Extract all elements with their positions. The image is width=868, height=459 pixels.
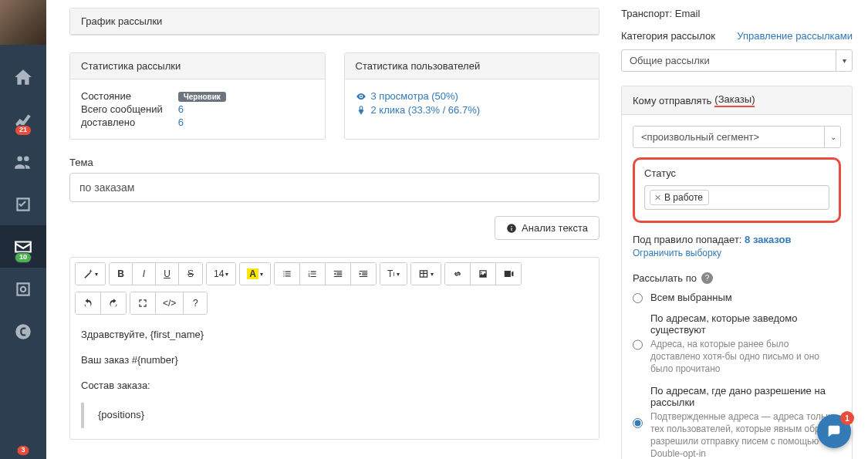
video-icon (503, 268, 514, 279)
avatar[interactable]: 3 (0, 0, 46, 45)
status-chip[interactable]: ✕ В работе (650, 190, 709, 205)
underline-button[interactable]: U (156, 263, 179, 285)
nav-mail[interactable]: 10 (0, 225, 46, 268)
magic-button[interactable]: ▾ (76, 263, 105, 285)
codeview-button[interactable]: </> (156, 292, 184, 314)
manage-link[interactable]: Управление рассылками (737, 30, 853, 42)
list-ol-icon (307, 268, 318, 279)
delivered-value[interactable]: 6 (178, 116, 314, 128)
strike-button[interactable]: S (179, 263, 202, 285)
panel-stats: Статистика рассылки Состояние Черновик В… (69, 52, 326, 140)
total-value[interactable]: 6 (178, 103, 314, 115)
send-by-title: Рассылать по (633, 272, 697, 284)
outdent-button[interactable] (326, 263, 351, 285)
limit-link[interactable]: Ограничить выборку (633, 248, 721, 258)
status-input[interactable]: ✕ В работе (644, 185, 829, 210)
clicks-text: 2 клика (33.3% / 66.7%) (371, 104, 481, 116)
transport-label: Транспорт: (621, 8, 672, 19)
delivered-label: доставлено (81, 116, 163, 128)
radio-all-label: Всем выбранным (650, 292, 732, 303)
stats-badge: 21 (15, 125, 32, 136)
redo-button[interactable] (101, 292, 126, 314)
redo-icon (108, 298, 119, 309)
chevron-down-icon: ⌄ (824, 126, 841, 148)
bold-button[interactable]: B (110, 263, 133, 285)
theme-label: Тема (69, 157, 599, 168)
transport-value: Email (675, 8, 701, 19)
nav-stats[interactable]: 21 (0, 98, 46, 140)
video-button[interactable] (496, 263, 521, 285)
panel-user-stats-title: Статистика пользователей (345, 53, 599, 79)
radio-known-label: По адресам, которые заведомо существуют (650, 312, 841, 336)
rule-count[interactable]: 8 заказов (745, 234, 791, 245)
undo-icon (83, 298, 93, 309)
info-icon (506, 223, 517, 234)
panel-user-stats: Статистика пользователей 3 просмотра (50… (344, 52, 600, 140)
panel-stats-title: Статистика рассылки (70, 53, 325, 79)
radio-all[interactable]: Всем выбранным (633, 292, 841, 303)
chevron-down-icon: ▾ (836, 49, 853, 72)
users-icon (13, 152, 33, 172)
clicks-line[interactable]: 2 клика (33.3% / 66.7%) (356, 104, 589, 116)
expand-icon (137, 298, 148, 309)
category-select[interactable]: Общие рассылки (621, 49, 853, 72)
mail-badge: 10 (15, 252, 32, 263)
image-button[interactable] (471, 263, 496, 285)
help-icon[interactable]: ? (701, 272, 713, 284)
help-button[interactable]: ? (184, 292, 207, 314)
undo-button[interactable] (76, 292, 101, 314)
nav-app[interactable] (0, 310, 46, 353)
chain-icon (452, 268, 463, 279)
recipients-title: Кому отправлять (633, 95, 711, 106)
radio-known[interactable]: По адресам, которые заведомо существуют … (633, 312, 841, 376)
fontsize-button[interactable]: 14▾ (207, 263, 235, 285)
list-ul-icon (282, 268, 292, 279)
nav-settings[interactable] (0, 268, 46, 310)
recipients-annot: (Заказы) (714, 93, 755, 107)
editor: ▾ B I U S 14▾ A▾ (69, 257, 599, 440)
table-button[interactable]: ▾ (411, 263, 441, 285)
nav-users[interactable] (0, 140, 46, 183)
heading-button[interactable]: TI▾ (380, 263, 407, 285)
outdent-icon (333, 268, 343, 279)
close-icon[interactable]: ✕ (654, 193, 661, 203)
state-value: Черновик (178, 92, 226, 102)
sidebar: 3 21 10 (0, 0, 46, 459)
list-ul-button[interactable] (275, 263, 300, 285)
italic-button[interactable]: I (133, 263, 156, 285)
rule-text: Под правило попадает: (633, 234, 741, 245)
indent-button[interactable] (351, 263, 376, 285)
link-button[interactable] (445, 263, 471, 285)
theme-input[interactable] (69, 173, 599, 202)
fullscreen-button[interactable] (130, 292, 156, 314)
fontsize-value: 14 (214, 268, 224, 279)
eye-icon (356, 91, 366, 102)
indent-icon (358, 268, 369, 279)
editor-quote: {positions} (98, 409, 144, 420)
panel-schedule-title: График рассылки (70, 8, 599, 35)
segment-select[interactable]: <произвольный сегмент> (633, 126, 841, 148)
editor-content[interactable]: Здравствуйте, {first_name} Ваш заказ #{n… (73, 316, 596, 428)
total-label: Всего сообщений (81, 103, 163, 115)
checkbox-icon (13, 194, 33, 214)
views-text: 3 просмотра (50%) (371, 90, 458, 102)
home-icon (13, 67, 33, 87)
panel-schedule: График рассылки (69, 8, 599, 35)
chat-fab[interactable]: 1 (817, 414, 851, 448)
nav-home[interactable] (0, 56, 46, 98)
table-icon (418, 268, 429, 279)
analyze-button[interactable]: Анализ текста (495, 216, 599, 240)
click-icon (356, 105, 366, 116)
category-value: Общие рассылки (630, 55, 710, 66)
radio-optin-label: По адресам, где дано разрешение на рассы… (650, 385, 841, 408)
views-line[interactable]: 3 просмотра (50%) (356, 90, 589, 102)
nav-tasks[interactable] (0, 183, 46, 225)
category-label: Категория рассылок (621, 30, 715, 42)
image-icon (478, 268, 488, 279)
editor-line3: Состав заказа: (81, 378, 588, 394)
gear-box-icon (13, 279, 33, 299)
text-color-button[interactable]: A▾ (240, 263, 270, 285)
chat-badge: 1 (840, 411, 854, 425)
list-ol-button[interactable] (300, 263, 326, 285)
radio-optin[interactable]: По адресам, где дано разрешение на рассы… (633, 385, 841, 459)
